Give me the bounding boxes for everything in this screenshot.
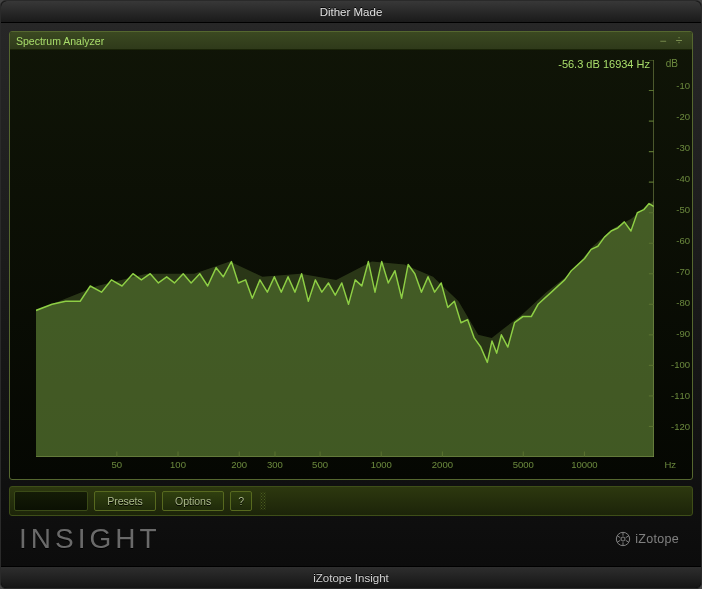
company-logo: iZotope	[615, 531, 679, 547]
window-title: Dither Made	[320, 6, 383, 18]
minimize-icon[interactable]: −	[656, 35, 670, 47]
svg-line-31	[626, 536, 629, 538]
panel-title: Spectrum Analyzer	[16, 35, 654, 47]
svg-line-29	[626, 540, 629, 542]
panel-options-icon[interactable]: ÷	[672, 35, 686, 47]
company-name: iZotope	[635, 532, 679, 546]
svg-line-28	[617, 536, 620, 538]
branding-row: INSIGHT iZotope	[9, 516, 693, 562]
plugin-body: Spectrum Analyzer − ÷ -56.3 dB 16934 Hz …	[1, 23, 701, 566]
help-button[interactable]: ?	[230, 491, 252, 511]
plugin-window: Dither Made Spectrum Analyzer − ÷ -56.3 …	[0, 0, 702, 589]
toolbar: Presets Options ?	[9, 486, 693, 516]
spectrum-analyzer-panel: Spectrum Analyzer − ÷ -56.3 dB 16934 Hz …	[9, 31, 693, 480]
window-titlebar[interactable]: Dither Made	[1, 1, 701, 23]
analyzer-body: -56.3 dB 16934 Hz dB -10-20-30-40-50-60-…	[10, 50, 692, 479]
footer-caption: iZotope Insight	[313, 572, 388, 584]
options-button[interactable]: Options	[162, 491, 224, 511]
svg-line-30	[617, 540, 620, 542]
presets-button[interactable]: Presets	[94, 491, 156, 511]
panel-header: Spectrum Analyzer − ÷	[10, 32, 692, 50]
spectrum-svg	[36, 60, 654, 457]
spectrum-plot[interactable]	[36, 60, 654, 457]
freq-axis-labels: 5010020030050010002000500010000Hz	[36, 457, 654, 475]
product-name: INSIGHT	[19, 523, 161, 555]
svg-point-25	[621, 537, 625, 541]
toolbar-grip-icon[interactable]	[260, 492, 266, 510]
izotope-mark-icon	[615, 531, 631, 547]
toolbar-display-well[interactable]	[14, 491, 88, 511]
footer-strip: iZotope Insight	[1, 566, 701, 588]
db-axis-labels: -10-20-30-40-50-60-70-80-90-100-110-120	[666, 54, 692, 457]
